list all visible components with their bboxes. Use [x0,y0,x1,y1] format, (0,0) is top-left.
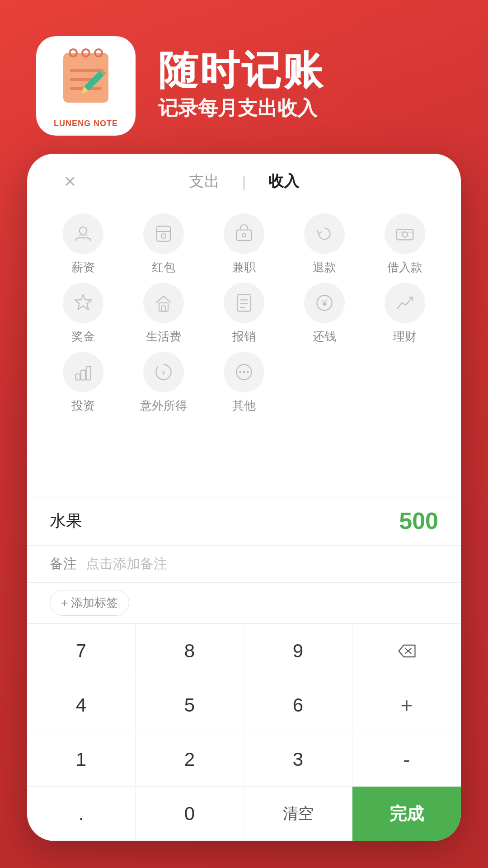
category-other[interactable]: 其他 [206,352,282,414]
svg-text:¥: ¥ [161,369,166,377]
svg-rect-14 [80,237,86,239]
svg-point-36 [243,371,245,373]
svg-rect-13 [79,235,88,236]
svg-rect-4 [70,69,102,72]
tab-income[interactable]: 收入 [259,167,308,195]
svg-point-12 [80,227,87,235]
category-living[interactable]: 生活费 [126,283,202,344]
close-button[interactable] [59,170,81,193]
key-8[interactable]: 8 [136,624,244,678]
tab-divider: | [242,173,246,190]
svg-rect-24 [237,295,251,311]
svg-point-35 [239,371,241,373]
note-input[interactable]: 点击添加备注 [86,555,438,573]
key-5[interactable]: 5 [136,678,244,732]
tab-bar: 支出 | 收入 [41,154,447,204]
app-icon: LUNENG NOTE [36,36,136,136]
svg-point-18 [242,233,246,237]
svg-rect-22 [159,303,168,311]
category-investment2-label: 理财 [393,329,417,344]
category-living-label: 生活费 [146,329,181,344]
category-borrow-label: 借入款 [387,259,422,275]
key-9[interactable]: 9 [244,624,352,678]
svg-rect-32 [86,367,91,380]
key-4[interactable]: 4 [27,678,136,732]
category-bonus[interactable]: 奖金 [45,283,121,344]
tab-expense[interactable]: 支出 [180,167,229,195]
key-1[interactable]: 1 [27,732,136,787]
category-repay[interactable]: ¥ 还钱 [286,283,362,344]
category-salary-label: 薪资 [71,259,95,275]
svg-point-20 [402,232,408,237]
category-borrow[interactable]: 借入款 [367,213,443,275]
category-repay-label: 还钱 [313,329,336,344]
category-refund-label: 退款 [313,259,336,275]
amount-section: 水果 500 [27,496,461,546]
category-other-label: 其他 [232,398,256,414]
key-3[interactable]: 3 [244,732,352,787]
keypad: 7 8 9 4 5 6 + 1 2 3 - . 0 清空 完成 [27,623,461,841]
svg-text:¥: ¥ [322,298,327,308]
amount-label: 水果 [50,510,82,532]
svg-rect-31 [81,370,85,380]
tag-section: + 添加标签 [27,583,461,623]
key-dot[interactable]: . [27,787,136,841]
category-invest[interactable]: 投资 [45,352,121,414]
svg-rect-30 [75,374,80,380]
category-salary[interactable]: 薪资 [45,213,121,275]
key-plus[interactable]: + [352,678,461,732]
category-windfall[interactable]: ¥ 意外所得 [126,352,202,414]
svg-point-16 [161,234,166,238]
key-confirm[interactable]: 完成 [352,787,461,841]
category-investment2[interactable]: 理财 [367,283,443,344]
header-subtitle: 记录每月支出收入 [158,95,324,122]
category-reimburse[interactable]: 报销 [206,283,282,344]
category-reimburse-label: 报销 [232,329,256,344]
key-7[interactable]: 7 [27,624,136,678]
category-grid: 薪资 红包 兼职 退款 借入款 奖金 [41,204,447,423]
key-minus[interactable]: - [352,732,461,787]
svg-point-37 [247,371,249,373]
category-invest-label: 投资 [71,398,95,414]
category-parttime-label: 兼职 [232,259,256,275]
key-backspace[interactable] [352,624,461,678]
header-text: 随时记账 记录每月支出收入 [158,51,324,122]
category-bonus-label: 奖金 [71,329,95,344]
category-refund[interactable]: 退款 [286,213,362,275]
svg-rect-19 [397,229,413,240]
app-icon-text: LUNENG NOTE [54,119,118,128]
category-section: 支出 | 收入 薪资 红包 兼职 退款 [27,154,461,496]
svg-marker-21 [75,295,92,310]
main-card: 支出 | 收入 薪资 红包 兼职 退款 [27,154,461,841]
amount-value: 500 [399,507,438,534]
category-parttime[interactable]: 兼职 [206,213,282,275]
header: LUNENG NOTE 随时记账 记录每月支出收入 [0,0,488,154]
category-redpacket-label: 红包 [152,259,175,275]
note-label: 备注 [50,555,77,573]
svg-rect-17 [236,230,251,241]
key-2[interactable]: 2 [136,732,244,787]
add-tag-button[interactable]: + 添加标签 [50,590,129,616]
key-0[interactable]: 0 [136,787,244,841]
category-redpacket[interactable]: 红包 [126,213,202,275]
note-section[interactable]: 备注 点击添加备注 [27,546,461,583]
svg-rect-23 [162,306,165,311]
key-6[interactable]: 6 [244,678,352,732]
key-clear[interactable]: 清空 [244,787,352,841]
category-windfall-label: 意外所得 [140,398,187,414]
header-title: 随时记账 [158,51,324,90]
